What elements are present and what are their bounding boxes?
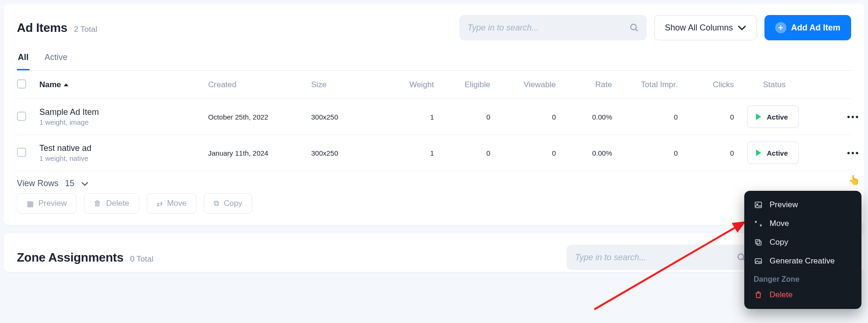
status-pill[interactable]: Active — [747, 105, 799, 128]
ad-items-panel: Ad Items 2 Total Show All Columns + Add … — [4, 4, 864, 225]
select-all-checkbox[interactable] — [17, 79, 26, 89]
ctx-danger-zone-heading: Danger Zone — [744, 270, 861, 280]
ctx-preview[interactable]: Preview — [744, 195, 861, 214]
search-icon — [629, 23, 639, 33]
ctx-generate-label: Generate Creative — [770, 256, 835, 266]
row-total-impr: 0 — [621, 149, 686, 157]
move-icon: ⇄ — [157, 199, 163, 208]
add-ad-item-button[interactable]: + Add Ad Item — [764, 15, 851, 40]
plus-icon: + — [775, 22, 786, 33]
col-status[interactable]: Status — [742, 80, 836, 90]
col-rate[interactable]: Rate — [564, 80, 621, 90]
row-rate: 0.00% — [564, 149, 621, 157]
zone-count: 0 Total — [130, 255, 153, 264]
col-viewable[interactable]: Viewable — [499, 80, 564, 90]
ad-items-count: 2 Total — [74, 25, 97, 34]
search-input[interactable] — [467, 23, 629, 33]
film-icon: ▦ — [27, 199, 34, 208]
status-label: Active — [767, 113, 788, 121]
row-subtitle: 1 weight, image — [39, 118, 208, 126]
copy-icon — [754, 238, 763, 247]
row-eligible: 0 — [442, 113, 499, 121]
zone-title-block: Zone Assignments 0 Total — [17, 250, 153, 265]
col-weight[interactable]: Weight — [386, 80, 442, 90]
row-name-cell: Sample Ad Item 1 weight, image — [39, 107, 208, 126]
show-columns-label: Show All Columns — [665, 23, 733, 33]
image-icon — [754, 201, 763, 209]
row-clicks: 0 — [686, 113, 742, 121]
row-title[interactable]: Sample Ad Item — [39, 107, 208, 117]
svg-rect-8 — [755, 259, 762, 264]
bulk-delete-button[interactable]: 🗑 Delete — [84, 193, 139, 214]
trash-icon: 🗑 — [94, 199, 101, 208]
col-size[interactable]: Size — [311, 80, 386, 90]
zone-search-box[interactable] — [567, 245, 754, 270]
show-columns-button[interactable]: Show All Columns — [654, 15, 757, 40]
col-created[interactable]: Created — [208, 80, 311, 90]
bulk-copy-button[interactable]: ⧉ Copy — [204, 193, 252, 214]
view-rows[interactable]: View Rows 15 — [17, 179, 851, 188]
ctx-move-label: Move — [770, 219, 789, 228]
row-size: 300x250 — [311, 149, 386, 157]
ctx-copy[interactable]: Copy — [744, 233, 861, 252]
svg-point-0 — [630, 24, 636, 30]
zone-title: Zone Assignments — [17, 250, 123, 265]
row-created: October 25th, 2022 — [208, 113, 311, 121]
sort-asc-icon — [64, 83, 68, 86]
ad-items-search-box[interactable] — [459, 15, 647, 40]
bulk-delete-label: Delete — [106, 199, 129, 208]
add-ad-item-label: Add Ad Item — [791, 23, 840, 33]
ctx-copy-label: Copy — [770, 238, 788, 247]
bulk-move-label: Move — [167, 199, 187, 208]
ad-items-title: Ad Items — [17, 21, 67, 35]
chevron-down-icon — [738, 25, 746, 30]
zone-header: Zone Assignments 0 Total Show All Column… — [17, 245, 851, 270]
svg-point-2 — [738, 254, 744, 260]
table-row[interactable]: Test native ad 1 weight, native January … — [17, 135, 851, 171]
row-checkbox[interactable] — [17, 148, 26, 157]
row-actions-button[interactable] — [836, 116, 868, 118]
tab-active[interactable]: Active — [44, 53, 68, 70]
ad-items-controls: Show All Columns + Add Ad Item — [459, 15, 851, 40]
row-subtitle: 1 weight, native — [39, 154, 208, 162]
select-all-cell — [17, 79, 39, 90]
ctx-preview-label: Preview — [770, 200, 798, 210]
view-rows-value: 15 — [65, 179, 75, 188]
svg-rect-7 — [756, 240, 760, 244]
table-row[interactable]: Sample Ad Item 1 weight, image October 2… — [17, 99, 851, 135]
bulk-move-button[interactable]: ⇄ Move — [147, 193, 197, 214]
svg-line-1 — [636, 29, 637, 31]
row-viewable: 0 — [499, 113, 564, 121]
ad-items-header: Ad Items 2 Total Show All Columns + Add … — [17, 15, 851, 40]
row-size: 300x250 — [311, 113, 386, 121]
chevron-down-icon — [81, 181, 89, 186]
bulk-preview-label: Preview — [38, 199, 67, 208]
row-created: January 11th, 2024 — [208, 149, 311, 157]
ad-items-tabs: All Active — [17, 53, 851, 71]
row-title[interactable]: Test native ad — [39, 143, 208, 153]
row-context-menu: Preview Move Copy Generate Creative Dang… — [744, 191, 861, 280]
ctx-move[interactable]: Move — [744, 214, 861, 233]
col-name[interactable]: Name — [39, 80, 208, 90]
bulk-preview-button[interactable]: ▦ Preview — [17, 193, 76, 214]
bulk-copy-label: Copy — [224, 199, 242, 208]
row-actions-button[interactable] — [836, 152, 868, 154]
row-rate: 0.00% — [564, 113, 621, 121]
row-viewable: 0 — [499, 149, 564, 157]
status-label: Active — [767, 149, 788, 157]
play-icon — [756, 113, 761, 120]
svg-rect-4 — [755, 202, 762, 208]
search-input[interactable] — [574, 252, 736, 263]
row-checkbox[interactable] — [17, 112, 26, 121]
col-total-impr[interactable]: Total Impr. — [621, 80, 686, 90]
picture-icon — [754, 257, 763, 265]
ctx-generate-creative[interactable]: Generate Creative — [744, 252, 861, 270]
tab-all[interactable]: All — [17, 53, 30, 70]
status-pill[interactable]: Active — [747, 142, 799, 164]
row-weight: 1 — [386, 113, 442, 121]
col-clicks[interactable]: Clicks — [686, 80, 742, 90]
bulk-action-bar: ▦ Preview 🗑 Delete ⇄ Move ⧉ Copy — [17, 193, 851, 214]
col-eligible[interactable]: Eligible — [442, 80, 499, 90]
row-eligible: 0 — [442, 149, 499, 157]
play-icon — [756, 150, 761, 156]
